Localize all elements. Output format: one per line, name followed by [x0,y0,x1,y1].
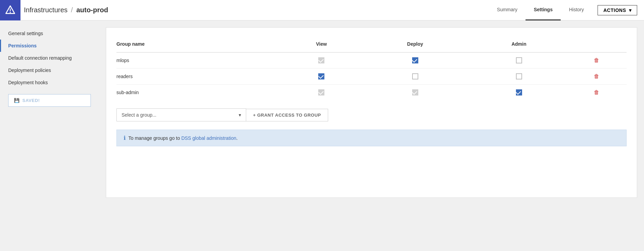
deploy-cell [365,69,471,85]
admin-checkbox-readers[interactable] [516,73,522,79]
info-text: To manage groups go to DSS global admini… [128,135,238,141]
info-banner: ℹ To manage groups go to DSS global admi… [116,130,627,146]
tab-history[interactable]: History [561,0,592,20]
deploy-cell [365,85,471,101]
breadcrumb-separator: / [71,6,73,14]
sidebar: General settings Permissions Default con… [0,20,99,251]
group-name-cell: mlops [116,53,284,69]
saved-label: SAVED! [23,98,40,103]
view-cell [284,69,365,85]
col-header-group-name: Group name [116,38,284,53]
select-chevron-icon: ▾ [239,112,241,118]
header-nav: Summary Settings History ACTIONS ▾ [489,0,637,20]
group-name-cell: sub-admin [116,85,284,101]
col-header-deploy: Deploy [365,38,471,53]
delete-cell: 🗑 [572,85,627,101]
svg-point-2 [10,12,11,13]
table-row: readers [116,69,627,85]
delete-cell: 🗑 [572,69,627,85]
sidebar-item-permissions[interactable]: Permissions [0,40,99,52]
deploy-checkbox-subadmin[interactable] [412,89,418,95]
group-name-cell: readers [116,69,284,85]
view-checkbox-readers[interactable] [318,73,324,79]
dss-admin-link[interactable]: DSS global administration [181,135,236,141]
delete-icon-mlops[interactable]: 🗑 [594,57,599,63]
header: Infrastructures / auto-prod Summary Sett… [0,0,644,20]
grant-access-button[interactable]: + GRANT ACCESS TO GROUP [246,109,328,121]
info-icon: ℹ [124,135,126,141]
admin-cell [471,53,572,69]
col-header-admin: Admin [471,38,572,53]
logo[interactable] [0,0,20,20]
permissions-table: Group name View Deploy Admin mlops [116,38,627,100]
breadcrumb-parent[interactable]: Infrastructures [24,6,68,14]
deploy-checkbox-mlops[interactable] [412,57,418,63]
group-select[interactable]: Select a group... ▾ [116,108,246,121]
view-cell [284,85,365,101]
main-content: Group name View Deploy Admin mlops [99,20,644,251]
admin-cell [471,69,572,85]
table-row: sub-admin [116,85,627,101]
view-cell [284,53,365,69]
tab-summary[interactable]: Summary [489,0,526,20]
sidebar-item-deployment-policies[interactable]: Deployment policies [0,64,99,76]
actions-button[interactable]: ACTIONS ▾ [598,5,637,15]
admin-checkbox-mlops[interactable] [516,57,522,63]
select-placeholder: Select a group... [122,112,156,118]
saved-button: 💾 SAVED! [8,94,91,107]
col-header-view: View [284,38,365,53]
view-checkbox-subadmin[interactable] [318,89,324,95]
deploy-checkbox-readers[interactable] [412,73,418,79]
admin-cell [471,85,572,101]
delete-icon-subadmin[interactable]: 🗑 [594,89,599,95]
actions-label: ACTIONS [603,8,626,13]
sidebar-item-deployment-hooks[interactable]: Deployment hooks [0,76,99,89]
save-icon: 💾 [14,98,20,103]
breadcrumb-current: auto-prod [76,6,108,14]
deploy-cell [365,53,471,69]
sidebar-item-default-connection[interactable]: Default connection remapping [0,52,99,64]
delete-icon-readers[interactable]: 🗑 [594,73,599,79]
view-checkbox-mlops[interactable] [318,57,324,63]
admin-checkbox-subadmin[interactable] [516,89,522,95]
chevron-down-icon: ▾ [629,8,632,13]
layout: General settings Permissions Default con… [0,20,644,251]
table-row: mlops [116,53,627,69]
sidebar-item-general-settings[interactable]: General settings [0,27,99,40]
tab-settings[interactable]: Settings [526,0,561,20]
delete-cell: 🗑 [572,53,627,69]
breadcrumb: Infrastructures / auto-prod [24,6,108,14]
grant-access-row: Select a group... ▾ + GRANT ACCESS TO GR… [116,108,627,121]
permissions-card: Group name View Deploy Admin mlops [106,27,637,198]
